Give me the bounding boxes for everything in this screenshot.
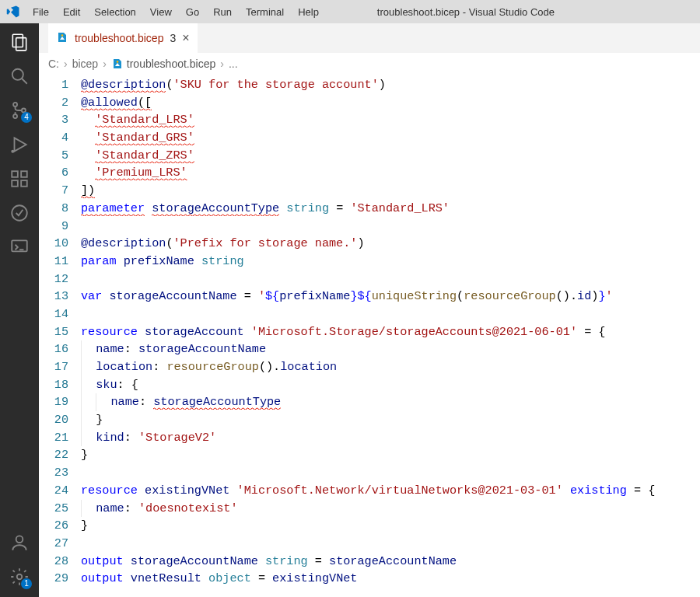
code-line[interactable] — [81, 218, 700, 236]
code-line[interactable]: location: resourceGroup().location — [81, 358, 700, 376]
window-title: troubleshoot.bicep - Visual Studio Code — [325, 6, 607, 18]
code-line[interactable]: kind: 'StorageV2' — [81, 429, 700, 447]
code-content[interactable]: @description('SKU for the storage accoun… — [81, 75, 700, 597]
code-line[interactable] — [81, 305, 700, 323]
svg-point-18 — [61, 34, 64, 37]
breadcrumb-trailing: ... — [229, 58, 238, 70]
line-number: 13 — [39, 288, 68, 305]
code-line[interactable]: ]) — [81, 182, 700, 200]
svg-point-4 — [13, 103, 17, 106]
line-number: 18 — [39, 376, 68, 394]
svg-line-3 — [22, 79, 27, 84]
code-line[interactable]: output vnetResult object = existingVNet — [81, 570, 700, 588]
svg-marker-7 — [15, 138, 26, 151]
code-line[interactable]: output storageAccountName string = stora… — [81, 553, 700, 571]
line-number: 19 — [39, 393, 68, 411]
source-control-icon[interactable]: 4 — [9, 100, 30, 121]
code-line[interactable]: 'Standard_ZRS' — [81, 147, 700, 165]
accounts-icon[interactable] — [9, 532, 30, 553]
svg-rect-11 — [21, 180, 27, 187]
code-line[interactable]: } — [81, 517, 700, 535]
line-number: 8 — [39, 200, 68, 218]
tab-troubleshoot-bicep[interactable]: troubleshoot.bicep 3 × — [48, 23, 198, 53]
line-number-gutter: 1234567891011121314151617181920212223242… — [39, 75, 81, 597]
line-number: 14 — [39, 305, 68, 323]
azure-resources-icon[interactable] — [9, 202, 30, 224]
code-line[interactable] — [81, 464, 700, 482]
line-number: 9 — [39, 218, 68, 236]
svg-point-17 — [17, 574, 23, 580]
menu-item-view[interactable]: View — [144, 3, 178, 21]
code-line[interactable]: sku: { — [81, 376, 700, 394]
line-number: 4 — [39, 129, 68, 147]
settings-gear-icon[interactable]: 1 — [9, 566, 30, 588]
line-number: 23 — [39, 464, 68, 482]
badge: 1 — [21, 578, 32, 589]
breadcrumbs[interactable]: C: › bicep › troubleshoot.bicep › ... — [39, 53, 700, 75]
line-number: 5 — [39, 147, 68, 165]
menu-item-help[interactable]: Help — [292, 3, 325, 21]
titlebar: FileEditSelectionViewGoRunTerminalHelp t… — [0, 0, 700, 23]
line-number: 6 — [39, 164, 68, 182]
code-line[interactable]: name: storageAccountType — [81, 393, 700, 411]
line-number: 16 — [39, 340, 68, 358]
editor-tabs: troubleshoot.bicep 3 × — [39, 23, 700, 53]
svg-point-5 — [13, 114, 17, 118]
search-icon[interactable] — [9, 65, 30, 87]
bicep-file-icon — [56, 31, 68, 46]
explorer-icon[interactable] — [9, 31, 30, 53]
extensions-icon[interactable] — [9, 168, 30, 190]
svg-rect-10 — [12, 180, 18, 187]
breadcrumb-segment[interactable]: C: — [48, 58, 59, 70]
menu-item-terminal[interactable]: Terminal — [240, 3, 290, 21]
code-line[interactable] — [81, 535, 700, 553]
svg-point-16 — [16, 536, 23, 543]
code-editor[interactable]: 1234567891011121314151617181920212223242… — [39, 75, 700, 597]
svg-point-19 — [117, 61, 119, 63]
menu-item-go[interactable]: Go — [180, 3, 205, 21]
tab-filename: troubleshoot.bicep — [75, 32, 163, 44]
code-line[interactable]: var storageAccountName = '${prefixName}$… — [81, 288, 700, 305]
svg-point-8 — [12, 151, 13, 152]
line-number: 2 — [39, 94, 68, 112]
chevron-right-icon: › — [64, 58, 68, 70]
code-line[interactable]: @allowed([ — [81, 94, 700, 112]
close-icon[interactable]: × — [182, 32, 189, 44]
breadcrumb-segment[interactable]: bicep — [72, 58, 98, 70]
line-number: 24 — [39, 482, 68, 500]
code-line[interactable]: @description('Prefix for storage name.') — [81, 235, 700, 253]
code-line[interactable]: name: 'doesnotexist' — [81, 500, 700, 518]
code-line[interactable]: 'Standard_LRS' — [81, 111, 700, 129]
line-number: 22 — [39, 446, 68, 464]
menu-item-selection[interactable]: Selection — [88, 3, 142, 21]
remote-explorer-icon[interactable] — [9, 236, 30, 258]
line-number: 11 — [39, 253, 68, 271]
run-debug-icon[interactable] — [9, 134, 30, 155]
line-number: 1 — [39, 76, 68, 94]
code-line[interactable]: name: storageAccountName — [81, 340, 700, 358]
code-line[interactable] — [81, 271, 700, 288]
svg-rect-12 — [21, 171, 27, 177]
menu-item-edit[interactable]: Edit — [57, 3, 86, 21]
code-line[interactable]: @description('SKU for the storage accoun… — [81, 76, 700, 94]
code-line[interactable]: resource existingVNet 'Microsoft.Network… — [81, 482, 700, 500]
line-number: 20 — [39, 411, 68, 429]
menu-item-run[interactable]: Run — [207, 3, 238, 21]
code-line[interactable]: 'Premium_LRS' — [81, 164, 700, 182]
badge: 4 — [21, 112, 32, 123]
code-line[interactable]: 'Standard_GRS' — [81, 129, 700, 147]
breadcrumb-segment[interactable]: troubleshoot.bicep — [111, 58, 215, 70]
svg-point-2 — [12, 69, 23, 80]
activity-bar: 4 1 — [0, 23, 39, 597]
code-line[interactable]: param prefixName string — [81, 253, 700, 271]
menu-item-file[interactable]: File — [26, 3, 55, 21]
line-number: 21 — [39, 429, 68, 447]
chevron-right-icon: › — [220, 58, 224, 70]
line-number: 3 — [39, 111, 68, 129]
code-line[interactable]: parameter storageAccountType string = 'S… — [81, 200, 700, 218]
code-line[interactable]: resource storageAccount 'Microsoft.Stora… — [81, 323, 700, 341]
code-line[interactable]: } — [81, 411, 700, 429]
svg-rect-9 — [12, 171, 18, 177]
vscode-logo-icon — [0, 5, 26, 19]
code-line[interactable]: } — [81, 446, 700, 464]
